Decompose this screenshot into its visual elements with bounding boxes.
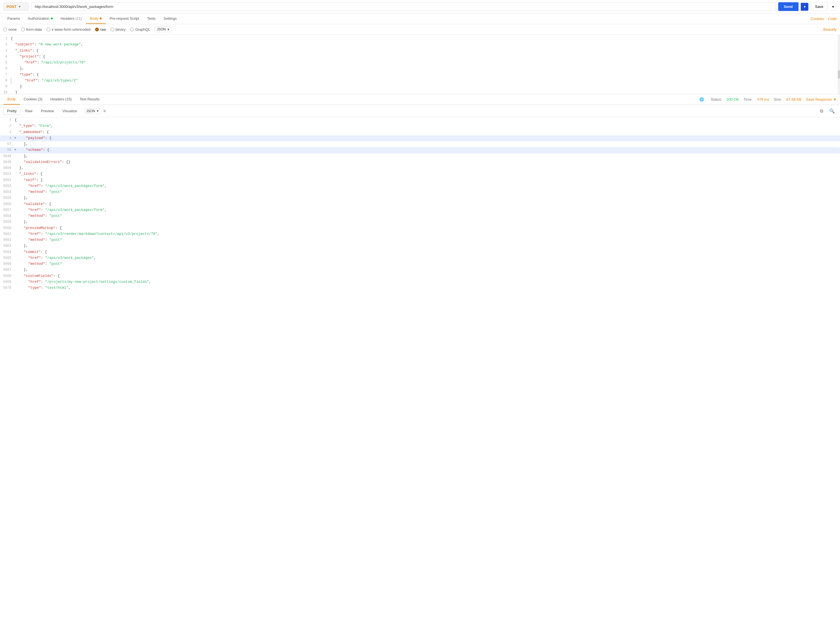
fmt-preview[interactable]: Preview xyxy=(37,107,58,115)
method-dropdown[interactable]: POST ▼ xyxy=(3,3,29,11)
resp-line-5668: 5668 "customFields": { xyxy=(0,273,840,279)
format-bar: Pretty Raw Preview Visualize JSON ▼ ≡ ⧉ … xyxy=(0,105,840,117)
tab-pre-request[interactable]: Pre-request Script xyxy=(105,14,143,24)
resp-line-5664: 5664 "commit": { xyxy=(0,249,840,255)
resp-line-5649: 5649 "validationErrors": {} xyxy=(0,159,840,165)
cookies-link[interactable]: Cookies xyxy=(811,17,824,21)
resp-tab-body[interactable]: Body xyxy=(3,94,20,105)
radio-form-data[interactable]: form-data xyxy=(21,27,42,31)
resp-line-5648: 5648 }, xyxy=(0,153,840,159)
body-type-bar: none form-data x-www-form-urlencoded raw… xyxy=(0,24,840,35)
req-line-2: 2 "subject": "A new work package", xyxy=(0,42,840,48)
resp-line-5662: 5662 "method": "post" xyxy=(0,237,840,243)
req-line-10: 10 } xyxy=(0,90,840,94)
tab-authorization[interactable]: Authorization xyxy=(24,14,57,24)
req-line-3: 3 "_links": { xyxy=(0,48,840,54)
method-chevron-icon: ▼ xyxy=(18,5,21,8)
code-link[interactable]: Code xyxy=(828,17,837,21)
resp-line-5657: 5657 "href": "/api/v3/work_packages/form… xyxy=(0,207,840,213)
resp-line-5650: 5650 }, xyxy=(0,165,840,171)
tab-settings[interactable]: Settings xyxy=(160,14,181,24)
time-value: 478 ms xyxy=(757,97,769,102)
resp-line-5651: 5651 "_links": { xyxy=(0,171,840,177)
json-format-select[interactable]: JSON ▼ xyxy=(155,27,172,32)
request-code-scroll[interactable]: 1 { 2 "subject": "A new work package", 3… xyxy=(0,35,840,94)
resp-line-5666: 5666 "method": "post" xyxy=(0,261,840,267)
send-button[interactable]: Send xyxy=(778,2,799,11)
req-line-9: 9 } xyxy=(0,84,840,90)
authorization-dot xyxy=(51,17,53,19)
response-tabs: Body Cookies (3) Headers (15) Test Resul… xyxy=(0,94,840,105)
resp-line-57: 57 }, xyxy=(0,141,840,147)
req-line-1: 1 { xyxy=(0,36,840,42)
filter-icon-btn[interactable]: ≡ xyxy=(103,108,106,114)
resp-line-5652: 5652 "self": { xyxy=(0,177,840,183)
status-value: 200 OK xyxy=(727,97,739,102)
resp-line-5670: 5670 "type": "text/html", xyxy=(0,285,840,291)
req-line-7: 7 "type": { xyxy=(0,72,840,78)
radio-none[interactable]: none xyxy=(3,27,17,31)
req-line-8: 8 "href": "/api/v3/types/2" xyxy=(0,78,840,84)
resp-line-4: 4 ▶ "payload": {… xyxy=(0,135,840,141)
tab-tests[interactable]: Tests xyxy=(143,14,160,24)
req-scrollbar-thumb[interactable] xyxy=(838,70,840,79)
beautify-button[interactable]: Beautify xyxy=(823,27,837,31)
fmt-raw[interactable]: Raw xyxy=(22,107,36,115)
globe-icon[interactable]: 🌐 xyxy=(699,97,704,102)
resp-line-5659: 5659 }, xyxy=(0,219,840,225)
radio-raw[interactable]: raw xyxy=(95,27,106,31)
save-response-button[interactable]: Save Response ▼ xyxy=(806,97,837,102)
fmt-right-icons: ⧉ 🔍 xyxy=(818,108,837,114)
req-tabs-right: Cookies Code xyxy=(811,17,837,21)
resp-line-5667: 5667 }, xyxy=(0,267,840,273)
tab-body[interactable]: Body xyxy=(86,14,106,24)
resp-line-5663: 5663 }, xyxy=(0,243,840,249)
radio-binary[interactable]: binary xyxy=(111,27,126,31)
resp-line-58: 58 ▶ "schema": {… — xyxy=(0,147,840,153)
body-dot xyxy=(100,17,102,19)
req-scrollbar-track[interactable] xyxy=(838,35,840,94)
resp-line-5656: 5656 "validate": { xyxy=(0,201,840,207)
response-status-bar: 🌐 Status: 200 OK Time: 478 ms Size: 67.5… xyxy=(699,97,837,102)
resp-line-3: 3 "_embedded": { xyxy=(0,130,840,135)
save-button[interactable]: Save xyxy=(811,2,827,11)
radio-urlencoded[interactable]: x-www-form-urlencoded xyxy=(47,27,91,31)
method-label: POST xyxy=(6,5,16,9)
resp-line-1: 1 { xyxy=(0,117,840,123)
request-tabs: Params Authorization Headers (11) Body P… xyxy=(0,14,840,24)
fmt-pretty[interactable]: Pretty xyxy=(3,107,20,115)
save-dropdown-button[interactable]: ▼ xyxy=(830,3,837,11)
size-value: 67.58 KB xyxy=(787,97,802,102)
copy-button[interactable]: ⧉ xyxy=(818,108,825,114)
resp-line-5658: 5658 "method": "post" xyxy=(0,213,840,219)
resp-line-2: 2 "_type": "Form", xyxy=(0,123,840,129)
resp-tab-headers[interactable]: Headers (15) xyxy=(46,94,75,105)
search-button[interactable]: 🔍 xyxy=(827,108,837,114)
req-line-6: 6 }, xyxy=(0,66,840,72)
send-dropdown-button[interactable]: ▼ xyxy=(801,3,809,11)
resp-line-5653: 5653 "href": "/api/v3/work_packages/form… xyxy=(0,183,840,189)
schema-collapse-arrow[interactable]: ▶ xyxy=(15,147,16,153)
top-bar: POST ▼ Send ▼ Save ▼ xyxy=(0,0,840,14)
collapse-line-indicator: — xyxy=(834,147,835,153)
url-input[interactable] xyxy=(31,2,776,11)
resp-line-5660: 5660 "previewMarkup": { xyxy=(0,225,840,231)
response-code-area[interactable]: 1 { 2 "_type": "Form", 3 "_embedded": { … xyxy=(0,117,840,626)
tab-params[interactable]: Params xyxy=(3,14,24,24)
resp-line-5655: 5655 }, xyxy=(0,195,840,201)
resp-line-5665: 5665 "href": "/api/v3/work_packages", xyxy=(0,255,840,261)
resp-json-select[interactable]: JSON ▼ xyxy=(84,108,101,114)
req-line-5: 5 "href": "/api/v3/projects/78" xyxy=(0,60,840,66)
tab-headers[interactable]: Headers (11) xyxy=(57,14,86,24)
radio-graphql[interactable]: GraphQL xyxy=(130,27,150,31)
request-body-editor[interactable]: 1 { 2 "subject": "A new work package", 3… xyxy=(0,35,840,94)
resp-line-5669: 5669 "href": "/projects/my-new-project/s… xyxy=(0,279,840,285)
payload-collapse-arrow[interactable]: ▶ xyxy=(15,135,16,141)
resp-line-5661: 5661 "href": "/api/v3/render/markdown?co… xyxy=(0,231,840,237)
resp-line-5654: 5654 "method": "post" xyxy=(0,189,840,195)
resp-tab-test-results[interactable]: Test Results xyxy=(75,94,104,105)
req-line-4: 4 "project": { xyxy=(0,54,840,60)
resp-tab-cookies[interactable]: Cookies (3) xyxy=(20,94,46,105)
fmt-visualize[interactable]: Visualize xyxy=(59,107,81,115)
